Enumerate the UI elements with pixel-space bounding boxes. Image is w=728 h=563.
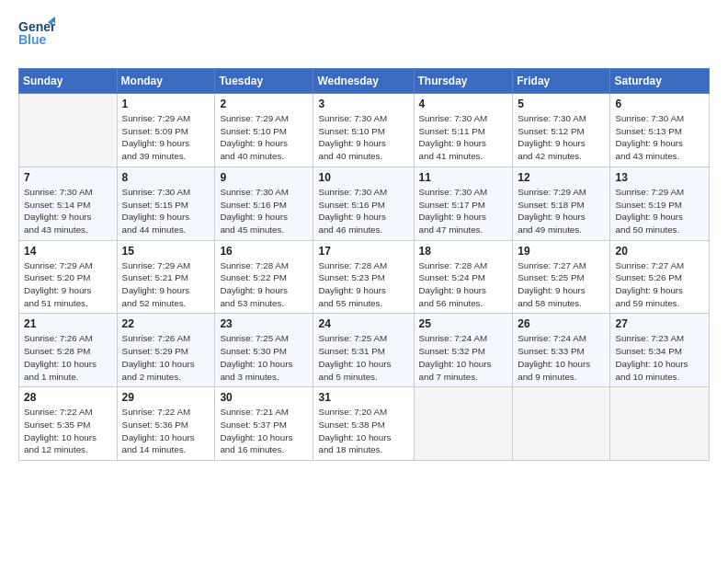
day-cell: 10Sunrise: 7:30 AM Sunset: 5:16 PM Dayli… <box>313 167 414 240</box>
day-cell: 7Sunrise: 7:30 AM Sunset: 5:14 PM Daylig… <box>19 167 118 240</box>
day-info: Sunrise: 7:30 AM Sunset: 5:15 PM Dayligh… <box>122 186 210 236</box>
day-cell: 27Sunrise: 7:23 AM Sunset: 5:34 PM Dayli… <box>610 314 710 387</box>
day-info: Sunrise: 7:30 AM Sunset: 5:16 PM Dayligh… <box>220 186 308 236</box>
calendar-table: SundayMondayTuesdayWednesdayThursdayFrid… <box>18 68 710 461</box>
day-info: Sunrise: 7:24 AM Sunset: 5:33 PM Dayligh… <box>518 332 605 383</box>
logo: General Blue <box>18 15 55 59</box>
day-info: Sunrise: 7:27 AM Sunset: 5:25 PM Dayligh… <box>518 259 605 310</box>
day-number: 29 <box>122 391 210 404</box>
day-number: 4 <box>419 98 508 110</box>
day-info: Sunrise: 7:29 AM Sunset: 5:20 PM Dayligh… <box>24 259 112 310</box>
day-cell: 15Sunrise: 7:29 AM Sunset: 5:21 PM Dayli… <box>117 240 215 314</box>
day-cell: 17Sunrise: 7:28 AM Sunset: 5:23 PM Dayli… <box>313 240 414 314</box>
day-number: 22 <box>122 317 210 330</box>
day-cell <box>610 387 710 461</box>
week-row-4: 21Sunrise: 7:26 AM Sunset: 5:28 PM Dayli… <box>19 314 710 387</box>
day-header-sunday: Sunday <box>19 69 118 94</box>
day-cell: 13Sunrise: 7:29 AM Sunset: 5:19 PM Dayli… <box>610 167 710 240</box>
day-number: 5 <box>518 98 605 110</box>
day-header-monday: Monday <box>117 69 215 94</box>
day-info: Sunrise: 7:30 AM Sunset: 5:16 PM Dayligh… <box>318 186 408 236</box>
calendar-header-row: SundayMondayTuesdayWednesdayThursdayFrid… <box>19 69 710 94</box>
day-number: 19 <box>518 245 605 258</box>
day-number: 13 <box>615 171 704 184</box>
day-cell: 25Sunrise: 7:24 AM Sunset: 5:32 PM Dayli… <box>414 314 513 387</box>
day-info: Sunrise: 7:23 AM Sunset: 5:34 PM Dayligh… <box>615 332 704 383</box>
day-info: Sunrise: 7:30 AM Sunset: 5:13 PM Dayligh… <box>615 112 704 163</box>
page-container: General Blue SundayMondayTuesdayWednesda… <box>0 0 728 470</box>
week-row-5: 28Sunrise: 7:22 AM Sunset: 5:35 PM Dayli… <box>19 387 710 461</box>
calendar-body: 1Sunrise: 7:29 AM Sunset: 5:09 PM Daylig… <box>19 94 710 461</box>
day-number: 6 <box>615 98 704 110</box>
day-info: Sunrise: 7:27 AM Sunset: 5:26 PM Dayligh… <box>615 259 704 310</box>
day-info: Sunrise: 7:28 AM Sunset: 5:23 PM Dayligh… <box>318 259 408 310</box>
day-number: 17 <box>318 245 408 258</box>
day-cell <box>19 94 118 167</box>
day-cell: 5Sunrise: 7:30 AM Sunset: 5:12 PM Daylig… <box>513 94 610 167</box>
day-number: 7 <box>24 171 112 184</box>
day-cell: 24Sunrise: 7:25 AM Sunset: 5:31 PM Dayli… <box>313 314 414 387</box>
day-number: 18 <box>419 245 508 258</box>
day-cell: 18Sunrise: 7:28 AM Sunset: 5:24 PM Dayli… <box>414 240 513 314</box>
day-number: 28 <box>24 391 112 404</box>
day-info: Sunrise: 7:21 AM Sunset: 5:37 PM Dayligh… <box>220 406 308 456</box>
day-cell: 8Sunrise: 7:30 AM Sunset: 5:15 PM Daylig… <box>117 167 215 240</box>
day-info: Sunrise: 7:28 AM Sunset: 5:24 PM Dayligh… <box>419 259 508 310</box>
day-header-wednesday: Wednesday <box>313 69 414 94</box>
day-cell: 29Sunrise: 7:22 AM Sunset: 5:36 PM Dayli… <box>117 387 215 461</box>
day-cell: 2Sunrise: 7:29 AM Sunset: 5:10 PM Daylig… <box>215 94 313 167</box>
day-number: 1 <box>122 98 210 110</box>
day-info: Sunrise: 7:26 AM Sunset: 5:28 PM Dayligh… <box>24 332 112 383</box>
day-info: Sunrise: 7:28 AM Sunset: 5:22 PM Dayligh… <box>220 259 308 310</box>
day-cell: 9Sunrise: 7:30 AM Sunset: 5:16 PM Daylig… <box>215 167 313 240</box>
day-number: 16 <box>220 245 308 258</box>
day-cell: 3Sunrise: 7:30 AM Sunset: 5:10 PM Daylig… <box>313 94 414 167</box>
day-cell: 4Sunrise: 7:30 AM Sunset: 5:11 PM Daylig… <box>414 94 513 167</box>
day-number: 14 <box>24 245 112 258</box>
week-row-1: 1Sunrise: 7:29 AM Sunset: 5:09 PM Daylig… <box>19 94 710 167</box>
day-cell: 22Sunrise: 7:26 AM Sunset: 5:29 PM Dayli… <box>117 314 215 387</box>
day-cell: 12Sunrise: 7:29 AM Sunset: 5:18 PM Dayli… <box>513 167 610 240</box>
day-number: 21 <box>24 317 112 330</box>
day-cell: 21Sunrise: 7:26 AM Sunset: 5:28 PM Dayli… <box>19 314 118 387</box>
day-info: Sunrise: 7:25 AM Sunset: 5:30 PM Dayligh… <box>220 332 308 383</box>
day-cell: 30Sunrise: 7:21 AM Sunset: 5:37 PM Dayli… <box>215 387 313 461</box>
logo-icon: General Blue <box>18 15 55 52</box>
day-info: Sunrise: 7:29 AM Sunset: 5:21 PM Dayligh… <box>122 259 210 310</box>
day-number: 20 <box>615 245 704 258</box>
day-number: 24 <box>318 317 408 330</box>
day-info: Sunrise: 7:22 AM Sunset: 5:36 PM Dayligh… <box>122 406 210 456</box>
day-cell: 23Sunrise: 7:25 AM Sunset: 5:30 PM Dayli… <box>215 314 313 387</box>
day-number: 31 <box>318 391 408 404</box>
week-row-2: 7Sunrise: 7:30 AM Sunset: 5:14 PM Daylig… <box>19 167 710 240</box>
day-number: 2 <box>220 98 308 110</box>
week-row-3: 14Sunrise: 7:29 AM Sunset: 5:20 PM Dayli… <box>19 240 710 314</box>
header: General Blue <box>18 15 710 59</box>
day-cell: 26Sunrise: 7:24 AM Sunset: 5:33 PM Dayli… <box>513 314 610 387</box>
day-number: 25 <box>419 317 508 330</box>
day-number: 26 <box>518 317 605 330</box>
day-number: 23 <box>220 317 308 330</box>
day-number: 10 <box>318 171 408 184</box>
day-info: Sunrise: 7:25 AM Sunset: 5:31 PM Dayligh… <box>318 332 408 383</box>
day-number: 11 <box>419 171 508 184</box>
day-info: Sunrise: 7:24 AM Sunset: 5:32 PM Dayligh… <box>419 332 508 383</box>
day-info: Sunrise: 7:29 AM Sunset: 5:10 PM Dayligh… <box>220 112 308 163</box>
day-cell: 16Sunrise: 7:28 AM Sunset: 5:22 PM Dayli… <box>215 240 313 314</box>
day-cell: 20Sunrise: 7:27 AM Sunset: 5:26 PM Dayli… <box>610 240 710 314</box>
day-info: Sunrise: 7:26 AM Sunset: 5:29 PM Dayligh… <box>122 332 210 383</box>
day-cell: 14Sunrise: 7:29 AM Sunset: 5:20 PM Dayli… <box>19 240 118 314</box>
day-number: 9 <box>220 171 308 184</box>
day-cell: 6Sunrise: 7:30 AM Sunset: 5:13 PM Daylig… <box>610 94 710 167</box>
day-cell <box>414 387 513 461</box>
day-number: 3 <box>318 98 408 110</box>
svg-text:Blue: Blue <box>18 32 47 47</box>
day-cell <box>513 387 610 461</box>
day-header-tuesday: Tuesday <box>215 69 313 94</box>
day-header-saturday: Saturday <box>610 69 710 94</box>
day-info: Sunrise: 7:30 AM Sunset: 5:17 PM Dayligh… <box>419 186 508 236</box>
day-number: 12 <box>518 171 605 184</box>
day-number: 8 <box>122 171 210 184</box>
day-info: Sunrise: 7:20 AM Sunset: 5:38 PM Dayligh… <box>318 406 408 456</box>
day-info: Sunrise: 7:30 AM Sunset: 5:12 PM Dayligh… <box>518 112 605 163</box>
